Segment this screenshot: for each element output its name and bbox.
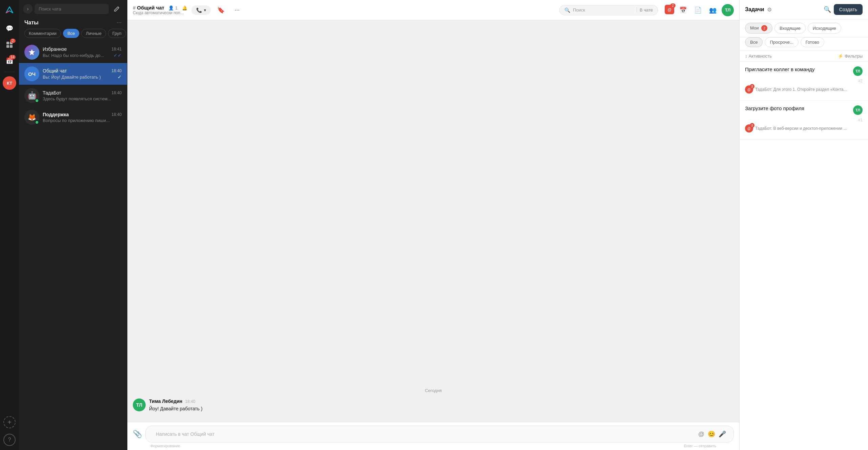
mine-badge: 2	[761, 25, 767, 31]
support-info: Поддержка 18:40 Вопросы по приложению пи…	[43, 112, 122, 123]
mention-icon[interactable]: @	[698, 431, 704, 438]
emoji-icon[interactable]: 😊	[708, 430, 715, 438]
sidebar-kt-avatar[interactable]: КТ	[3, 76, 16, 90]
filter-outgoing-button[interactable]: Исходящие	[808, 23, 841, 34]
sidebar-calendar-icon[interactable]: 📅 14	[3, 54, 16, 68]
phone-icon: 📞	[196, 7, 202, 13]
tasks-gear-icon[interactable]: ⚙	[767, 6, 772, 13]
task-2-comment-num: 2	[750, 123, 755, 128]
filter-tab-comments[interactable]: Комментарии	[24, 29, 61, 38]
support-preview: Вопросы по приложению пиши...	[43, 118, 110, 123]
chat-search-input[interactable]	[573, 7, 634, 13]
tadabot-avatar: 🤖	[24, 88, 39, 103]
app-logo[interactable]	[3, 4, 16, 16]
tasks-sort-row: ↕ Активность ⚡ Фильтры	[740, 51, 868, 62]
sidebar-chat-icon[interactable]: 💬	[3, 22, 16, 35]
tadabot-time: 18:40	[111, 90, 122, 95]
general-tick: ✓	[118, 74, 122, 80]
general-avatar: ОЧ	[24, 66, 39, 81]
add-workspace-button[interactable]: +	[3, 416, 16, 428]
general-time: 18:40	[111, 68, 122, 73]
channel-name: #Общий чат 👤 1 🔔	[133, 5, 187, 11]
filter-done-button[interactable]: Готово	[801, 37, 824, 47]
task-1-num: #2	[858, 79, 863, 83]
compose-button[interactable]	[111, 3, 123, 15]
task-card-1[interactable]: Пригласите коллег в команду ТЛ #2 @ 2 Та…	[740, 62, 868, 101]
grid-badge: 2	[10, 39, 16, 43]
favorites-name: Избранное	[43, 46, 67, 52]
svg-rect-0	[3, 4, 16, 16]
general-info: Общий чат 18:40 Вы: Йоу! Давайте работат…	[43, 68, 122, 80]
sidebar-divider	[4, 72, 15, 72]
svg-text:@: @	[667, 7, 671, 12]
task-2-avatar: ТЛ	[853, 105, 863, 115]
task-2-num: #1	[858, 118, 863, 122]
files-button[interactable]: 📄	[692, 4, 704, 16]
chat-item-tadabot[interactable]: 🤖 ТадаБот 18:40 Здесь будут появляться с…	[19, 85, 127, 106]
general-preview: Вы: Йоу! Давайте работать )	[43, 75, 101, 80]
sidebar-grid-icon[interactable]: 2	[3, 38, 16, 52]
voice-icon[interactable]: 🎤	[719, 430, 726, 438]
contacts-button[interactable]: 👥	[707, 4, 719, 16]
filter-overdue-button[interactable]: Просроче...	[765, 37, 798, 47]
chat-item-support[interactable]: 🦊 Поддержка 18:40 Вопросы по приложению …	[19, 106, 127, 128]
sort-label: Активность	[749, 54, 772, 59]
message-group: ТЛ Тима Лебедин 18:40 Йоу! Давайте работ…	[133, 398, 734, 412]
filter-tab-personal[interactable]: Личные	[81, 29, 106, 38]
sort-button[interactable]: ↕ Активность	[745, 54, 772, 59]
chat-input-area: 📎 @ 😊 🎤 Форматирование Enter — отправить	[127, 422, 739, 450]
task-1-title: Пригласите коллег в команду	[745, 66, 814, 72]
in-chat-label: В чате	[637, 7, 653, 13]
search-icon: 🔍	[564, 7, 570, 13]
task-2-comment: @ 2 ТадаБот: В веб-версии и десктоп-прил…	[745, 122, 863, 135]
user-avatar[interactable]: ТЛ	[722, 4, 734, 16]
svg-rect-4	[10, 45, 13, 48]
search-input[interactable]	[35, 4, 109, 14]
svg-rect-1	[6, 42, 9, 44]
chat-topbar-title: #Общий чат 👤 1 🔔 Сюда автоматически поп.…	[133, 5, 187, 15]
tasks-title: Задачи	[745, 6, 764, 13]
calendar-topnav-button[interactable]: 📅	[677, 4, 689, 16]
favorites-avatar	[24, 45, 39, 60]
filter-button[interactable]: ⚡ Фильтры	[838, 54, 863, 59]
chat-messages: Сегодня ТЛ Тима Лебедин 18:40 Йоу! Давай…	[127, 20, 739, 422]
task-2-comment-text: ТадаБот: В веб-версии и десктоп-приложен…	[755, 126, 847, 131]
chat-item-favorites[interactable]: Избранное 18:41 Вы: Надо бы кого-нибудь …	[19, 41, 127, 63]
tasks-header: Задачи ⚙ 🔍 Создать	[740, 0, 868, 19]
chats-title: Чаты	[24, 20, 39, 26]
tadabot-name: ТадаБот	[43, 90, 61, 96]
tasks-search-button[interactable]: 🔍	[824, 6, 831, 13]
filter-tab-groups[interactable]: Груп	[108, 29, 126, 38]
chat-list: Избранное 18:41 Вы: Надо бы кого-нибудь …	[19, 41, 127, 450]
notifications-icon[interactable]: @ 2	[665, 5, 674, 15]
sort-icon: ↕	[745, 54, 747, 59]
filter-tab-all[interactable]: Все	[63, 29, 79, 38]
support-avatar: 🦊	[24, 110, 39, 125]
message-content: Тима Лебедин 18:40 Йоу! Давайте работать…	[149, 398, 734, 412]
favorites-info: Избранное 18:41 Вы: Надо бы кого-нибудь …	[43, 46, 122, 58]
chat-item-general[interactable]: ОЧ Общий чат 18:40 Вы: Йоу! Давайте рабо…	[19, 63, 127, 85]
support-online	[35, 120, 39, 124]
more-button[interactable]: ···	[231, 4, 243, 16]
channel-subtitle: Сюда автоматически поп...	[133, 11, 187, 15]
chats-more-button[interactable]: ···	[117, 19, 122, 26]
call-button[interactable]: 📞 ▾	[191, 5, 211, 15]
help-button[interactable]: ?	[3, 434, 16, 446]
expand-button[interactable]: ›	[23, 4, 33, 14]
chat-input-row: 📎 @ 😊 🎤	[133, 426, 734, 443]
create-task-button[interactable]: Создать	[834, 4, 863, 15]
date-divider: Сегодня	[133, 388, 734, 393]
task-2-comment-avatar: @ 2	[745, 124, 753, 132]
tadabot-info: ТадаБот 18:40 Здесь будут появляться сис…	[43, 90, 122, 101]
app-sidebar: 💬 2 📅 14 КТ + ?	[0, 0, 19, 450]
chats-title-row: Чаты ···	[19, 18, 127, 29]
chat-hints: Форматирование Enter — отправить	[133, 443, 734, 448]
message-sender: Тима Лебедин	[149, 398, 182, 404]
filter-all-button[interactable]: Все	[745, 37, 763, 47]
filter-mine-button[interactable]: Мои 2	[745, 23, 772, 34]
filter-incoming-button[interactable]: Входящие	[774, 23, 806, 34]
attach-button[interactable]: 📎	[133, 430, 142, 438]
bookmark-button[interactable]: 🔖	[215, 4, 227, 16]
message-input[interactable]	[150, 428, 698, 440]
task-card-2[interactable]: Загрузите фото профиля ТЛ #1 @ 2 ТадаБот…	[740, 101, 868, 140]
